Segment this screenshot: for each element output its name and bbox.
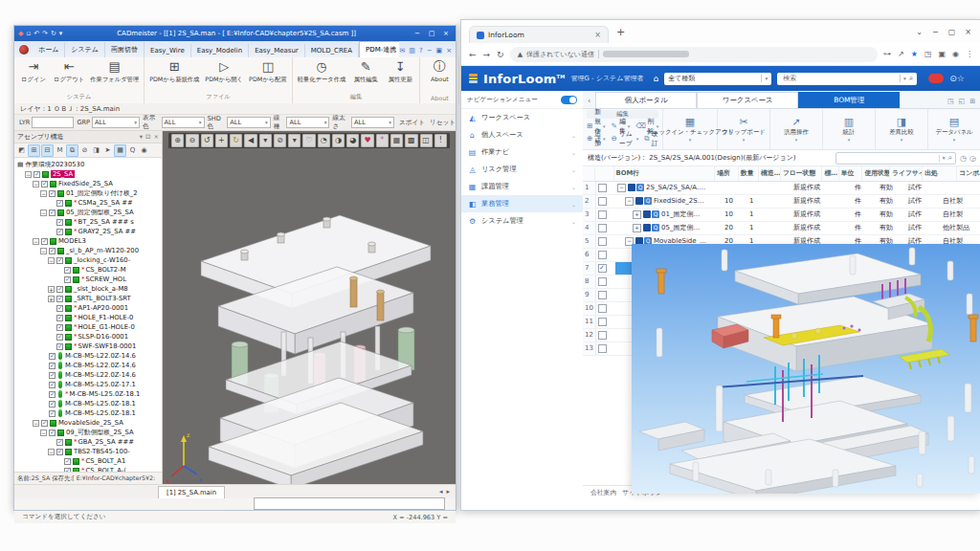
pick-icon[interactable]: ➤	[102, 145, 113, 156]
ribbon-button[interactable]: ⇤ログアウト	[51, 58, 87, 92]
redo-icon[interactable]: ↷	[42, 26, 48, 41]
filter-select[interactable]: ALL▾	[286, 117, 329, 128]
profile-icon[interactable]: ◉	[952, 50, 959, 58]
table-row[interactable]: 2−QFixedSide_2S…101新規作成件有効試作自社製	[583, 195, 980, 209]
browser-tab[interactable]: InforLoom ×	[469, 26, 609, 44]
sidebar-item-リスク管理[interactable]: ◬リスク管理⌄	[461, 161, 583, 178]
cad-tab-2[interactable]: システム	[65, 42, 105, 57]
window-minimize-button[interactable]: −	[932, 28, 939, 36]
tree-node[interactable]: *CS_BOLT2-M	[14, 265, 162, 275]
mesh-icon[interactable]: ▩	[405, 134, 417, 147]
copy-icon[interactable]: ⧉	[66, 144, 78, 157]
sidebar-item-個人スペース[interactable]: ⌂個人スペース⌄	[461, 126, 583, 143]
search-icon[interactable]: ⌕	[909, 74, 913, 83]
tree-checkbox[interactable]	[49, 372, 56, 379]
row-checkbox[interactable]	[598, 277, 607, 286]
collapse-icon[interactable]: −	[617, 184, 626, 192]
table-row[interactable]: 4+Q05_固定側…201新規作成件有効試作他社製品	[583, 222, 980, 235]
new-window-icon[interactable]: ◳	[947, 98, 954, 105]
security-warning-icon[interactable]: ▲	[518, 51, 523, 58]
tree-node[interactable]: *AP1-AP20-0001	[14, 303, 162, 313]
row-checkbox[interactable]	[598, 197, 607, 206]
tree-checkbox[interactable]	[56, 219, 63, 226]
rotate-icon[interactable]: ↻	[230, 134, 242, 147]
tree-checkbox[interactable]	[64, 267, 71, 274]
extensions-icon[interactable]: ◳	[924, 50, 932, 58]
cad-tab-3[interactable]: 画面切替	[105, 42, 145, 57]
ribbon-button[interactable]: ⊞PDMから新規作成	[146, 58, 202, 92]
tree-node[interactable]: −FixedSide_2S_SA	[14, 179, 162, 188]
expand-icon[interactable]: +	[633, 210, 641, 219]
tree-checkbox[interactable]	[64, 458, 71, 465]
save-icon[interactable]: ▫	[26, 26, 31, 41]
tree-node[interactable]: −_sl_b_AP_m-W120-200	[14, 246, 162, 255]
footer-link[interactable]: 会社案内	[590, 488, 616, 497]
tree-root-node[interactable]: ▤作業環境20230530	[14, 159, 162, 169]
tree-node[interactable]: *SCREW_HOL	[14, 275, 162, 284]
cad-tab-1[interactable]: ホーム	[33, 42, 65, 57]
app-icon[interactable]: ◆	[18, 26, 23, 41]
expand-icon[interactable]: +	[48, 286, 55, 293]
loom-tab-個人ポータル[interactable]: 個人ポータル	[595, 92, 697, 108]
filter-button[interactable]: スポイト	[399, 119, 425, 127]
cad-tab-4[interactable]: Easy_Wire	[145, 44, 191, 57]
toolbar-button-追加[interactable]: ⊕追加▾	[587, 129, 606, 148]
lighting-icon[interactable]: ♡	[302, 134, 315, 147]
bookmark-star-icon[interactable]: ★	[911, 50, 918, 58]
row-checkbox[interactable]	[598, 291, 607, 299]
ribbon-button[interactable]: ✎属性編集	[348, 58, 383, 92]
tree-node[interactable]: *SWF-SWF18-0001	[14, 342, 162, 351]
cad-tab-7[interactable]: MOLD_CREA	[305, 44, 359, 57]
tree-checkbox[interactable]	[56, 286, 63, 293]
copy-page-icon[interactable]: ◱	[959, 98, 966, 105]
row-checkbox[interactable]	[598, 237, 607, 246]
tree-node[interactable]: *GBA_2S_SA ###	[14, 437, 162, 447]
expand-all-icon[interactable]: ⊞	[28, 144, 40, 157]
flower-icon[interactable]: *	[376, 134, 389, 147]
lyr-input[interactable]	[32, 117, 74, 128]
row-checkbox[interactable]	[598, 210, 607, 219]
help-icon[interactable]: ?	[419, 47, 423, 55]
ribbon-button[interactable]: ▤作業フォルダ管理	[87, 58, 142, 92]
tree-checkbox[interactable]	[33, 171, 40, 178]
tree-checkbox[interactable]	[56, 449, 63, 455]
split-icon[interactable]: ▣	[938, 50, 946, 58]
tree-checkbox[interactable]	[56, 305, 63, 312]
row-checkbox[interactable]	[598, 344, 607, 353]
collapse-icon[interactable]: −	[40, 430, 47, 436]
favorite-icon[interactable]: ♥	[361, 134, 373, 147]
tree-node[interactable]: +_slst_block_a-M8	[14, 284, 162, 294]
window-menu-icon[interactable]: ⌄	[916, 28, 923, 36]
share-icon[interactable]: ↗	[898, 50, 904, 58]
row-checkbox[interactable]	[598, 318, 607, 326]
window-icon[interactable]: ▣	[436, 47, 443, 55]
refresh-circle-icon[interactable]: ◶	[969, 154, 976, 163]
ribbon-button[interactable]: ↧属性更新	[383, 58, 417, 92]
view-menu-icon[interactable]: ◀	[244, 134, 256, 147]
toolbar-button-クリップボード[interactable]: ✂クリップボード▾	[718, 109, 770, 149]
tree-checkbox[interactable]	[56, 315, 63, 321]
zoom-in-icon[interactable]: ⊕	[171, 134, 184, 147]
tree-node[interactable]: −TBS2-TBS45-100-	[14, 447, 162, 456]
window-maximize-button[interactable]: ▢	[948, 28, 956, 36]
pan-icon[interactable]: +	[215, 134, 228, 147]
filter-select[interactable]: ALL▾	[351, 117, 394, 128]
sidebar-item-課題管理[interactable]: ▦課題管理⌄	[461, 178, 583, 195]
row-checkbox[interactable]	[598, 251, 607, 259]
link-icon[interactable]: ⊘	[79, 145, 90, 156]
expand-icon[interactable]: +	[633, 224, 641, 232]
tree-node[interactable]: *BT_2S_SA ### s	[14, 217, 162, 227]
filter-select[interactable]: ALL▾	[92, 117, 140, 128]
search-input[interactable]	[781, 74, 897, 83]
undo-icon[interactable]: ↶	[33, 26, 39, 41]
star-icon[interactable]: ☆	[957, 74, 965, 83]
add-page-icon[interactable]: ⊞	[969, 98, 975, 105]
close-ribbon-icon[interactable]: ×	[446, 47, 452, 55]
loom-tab-ワークスペース[interactable]: ワークスペース	[697, 92, 798, 108]
tree-node[interactable]: *HOLE_F1-HOLE-0	[14, 313, 162, 322]
filter-select[interactable]: ALL▾	[162, 117, 205, 128]
table-search-input[interactable]	[839, 154, 936, 163]
row-checkbox[interactable]	[598, 304, 607, 313]
tree-checkbox[interactable]	[49, 410, 56, 417]
command-input[interactable]	[254, 497, 445, 510]
